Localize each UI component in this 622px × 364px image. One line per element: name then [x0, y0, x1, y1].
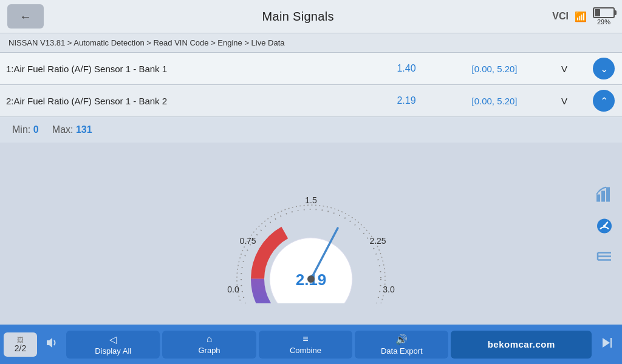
vci-label: VCI [552, 11, 569, 22]
max-label: Max: [52, 124, 73, 135]
volume-button[interactable] [39, 335, 64, 354]
display-all-icon: ◁ [109, 334, 117, 345]
row1-value: 1.40 [367, 56, 446, 81]
battery-icon [593, 7, 615, 18]
svg-marker-16 [603, 338, 610, 348]
gauge-area: // We'll draw ticks via the SVG directly… [0, 143, 622, 312]
chart-icon-button[interactable] [595, 186, 613, 207]
display-all-label: Display All [95, 346, 131, 356]
row1-btn[interactable]: ⌄ [586, 53, 622, 84]
gauge-label-1-5: 1.5 [305, 195, 317, 205]
data-export-icon: 🔊 [395, 334, 408, 345]
svg-rect-7 [606, 187, 610, 202]
combine-button[interactable]: ≡ Combine [259, 331, 352, 359]
display-all-button[interactable]: ◁ Display All [66, 331, 160, 359]
chevron-up-icon: ⌃ [600, 95, 608, 107]
table-row: 2:Air Fuel Ratio (A/F) Sensor 1 - Bank 2… [0, 85, 622, 117]
data-export-label: Data Export [381, 346, 423, 356]
data-table: 1:Air Fuel Ratio (A/F) Sensor 1 - Bank 1… [0, 53, 622, 117]
gauge-label-3: 3.0 [383, 285, 395, 294]
table-row: 1:Air Fuel Ratio (A/F) Sensor 1 - Bank 1… [0, 53, 622, 85]
combine-label: Combine [290, 346, 321, 355]
bottom-toolbar: 🖼 2/2 ◁ Display All ⌂ Graph ≡ Combine 🔊 … [0, 325, 622, 364]
row1-label: 1:Air Fuel Ratio (A/F) Sensor 1 - Bank 1 [0, 56, 367, 81]
page-title: Main Signals [262, 10, 334, 24]
max-value: 131 [76, 124, 92, 135]
gauge-label-0-75: 0.75 [239, 236, 256, 246]
data-export-button[interactable]: 🔊 Data Export [355, 331, 448, 359]
row2-unit: V [543, 89, 586, 113]
minmax-area: Min: 0 Max: 131 [0, 117, 622, 143]
speedometer-icon-button[interactable] [595, 217, 613, 238]
row2-range: [0.00, 5.20] [446, 89, 543, 113]
row1-expand-button[interactable]: ⌄ [593, 58, 615, 79]
min-label: Min: [12, 124, 30, 135]
graph-button[interactable]: ⌂ Graph [162, 331, 256, 359]
row2-collapse-button[interactable]: ⌃ [593, 90, 615, 112]
svg-point-10 [603, 225, 606, 228]
graph-label: Graph [198, 346, 220, 355]
breadcrumb-text: NISSAN V13.81 > Automatic Detection > Re… [9, 38, 285, 47]
svg-rect-5 [596, 195, 600, 202]
gauge-wrapper: // We'll draw ticks via the SVG directly… [208, 158, 414, 303]
gauge-label-2-25: 2.25 [369, 236, 386, 246]
page-number: 2/2 [11, 343, 30, 353]
svg-rect-6 [601, 191, 605, 202]
row1-unit: V [543, 56, 586, 81]
row1-range: [0.00, 5.20] [446, 56, 543, 81]
chevron-down-icon: ⌄ [600, 63, 608, 75]
next-icon-button[interactable] [594, 335, 618, 354]
row2-btn[interactable]: ⌃ [586, 85, 622, 116]
battery-indicator: 29% [593, 7, 615, 25]
logo-text: bekomcar.com [488, 339, 555, 349]
back-button[interactable]: ← [7, 4, 44, 29]
wifi-icon: 📶 [575, 11, 587, 22]
header-right: VCI 📶 29% [552, 7, 615, 25]
list-icon-button[interactable] [595, 248, 613, 269]
back-icon: ← [19, 10, 32, 24]
breadcrumb: NISSAN V13.81 > Automatic Detection > Re… [0, 33, 622, 53]
header: ← Main Signals VCI 📶 29% [0, 0, 622, 33]
right-icons [595, 186, 613, 269]
bekomcar-logo: bekomcar.com [451, 331, 592, 359]
gauge-pivot [307, 275, 315, 283]
row2-value: 2.19 [367, 88, 446, 113]
gauge-svg: // We'll draw ticks via the SVG directly… [208, 158, 414, 303]
page-indicator: 🖼 2/2 [4, 332, 37, 357]
svg-marker-15 [47, 338, 52, 348]
battery-percent: 29% [597, 18, 610, 25]
min-value: 0 [33, 124, 39, 135]
row2-label: 2:Air Fuel Ratio (A/F) Sensor 1 - Bank 2 [0, 89, 367, 113]
combine-icon: ≡ [302, 334, 308, 345]
svg-rect-17 [610, 338, 612, 348]
graph-icon: ⌂ [207, 334, 213, 345]
gauge-label-0: 0.0 [227, 285, 239, 294]
